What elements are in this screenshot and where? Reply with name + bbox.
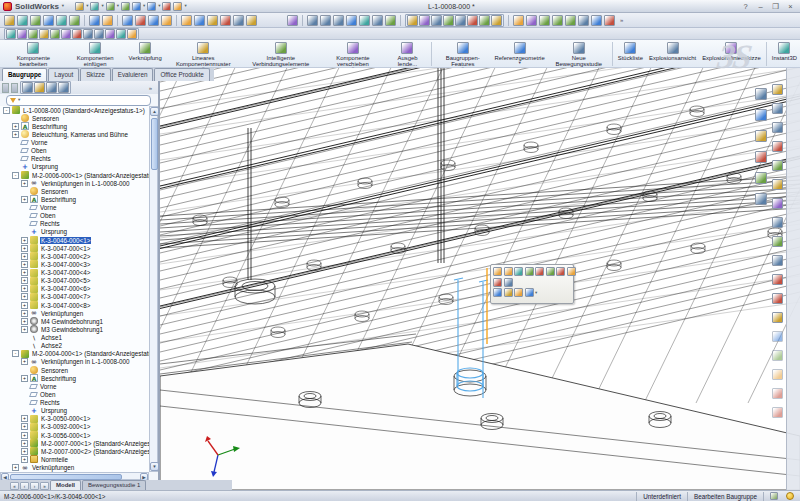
magnifying-glass-icon[interactable] — [504, 288, 513, 297]
tree-item[interactable]: Rechts — [0, 155, 149, 163]
expand-icon[interactable]: + — [21, 277, 28, 284]
tree-item[interactable]: +∞Verknüpfungen — [0, 309, 149, 317]
edit-part-icon[interactable] — [493, 267, 502, 276]
tab-baugruppe[interactable]: Baugruppe — [2, 68, 47, 81]
filter-dropdown-icon[interactable]: ▾ — [18, 97, 20, 103]
dropdown-caret-icon[interactable]: ▾ — [184, 3, 186, 9]
tab-layout[interactable]: Layout — [48, 68, 79, 81]
tab-modell[interactable]: Modell — [50, 480, 81, 490]
tree-item[interactable]: +M-2-0007-000<2> (Standard<Anzeigestatus… — [0, 447, 149, 455]
previous-view-icon[interactable] — [772, 141, 783, 152]
previous-frame-button[interactable]: ‹ — [20, 482, 29, 490]
collapse-icon[interactable]: - — [12, 172, 19, 179]
hidden-lines-removed-icon[interactable] — [772, 217, 783, 228]
section-view-icon[interactable] — [479, 15, 490, 26]
curvature-icon[interactable] — [233, 15, 244, 26]
hidden-lines-visible-icon[interactable] — [419, 15, 430, 26]
expand-icon[interactable]: + — [21, 180, 28, 187]
file-properties-icon[interactable] — [148, 15, 159, 26]
tab-evaluieren[interactable]: Evaluieren — [112, 68, 154, 81]
suppress-icon[interactable] — [525, 267, 534, 276]
expand-icon[interactable]: + — [21, 302, 28, 309]
interference-detection-icon[interactable] — [116, 29, 126, 39]
tree-item[interactable]: -M-2-0006-000<1> (Standard<Anzeigestatus… — [0, 171, 149, 179]
top-view-icon[interactable] — [539, 15, 550, 26]
tree-item[interactable]: Vorne — [0, 382, 149, 390]
close-button[interactable]: × — [785, 1, 796, 12]
ribbon-button-instant3d[interactable]: Instant3D — [769, 41, 800, 61]
mass-properties-icon[interactable] — [194, 15, 205, 26]
check-icon[interactable] — [207, 15, 218, 26]
tab-bewegungsstudie-1[interactable]: Bewegungsstudie 1 — [82, 480, 146, 490]
tree-item[interactable]: \Achse2 — [0, 342, 149, 350]
standard-views-icon[interactable] — [513, 15, 524, 26]
front-view-icon[interactable] — [526, 15, 537, 26]
shadows-icon[interactable] — [772, 293, 783, 304]
filter-input[interactable] — [22, 96, 147, 105]
isometric-view-icon[interactable] — [552, 15, 563, 26]
exploded-view-icon[interactable] — [94, 29, 104, 39]
replace-components-icon[interactable] — [83, 29, 93, 39]
expand-icon[interactable]: + — [12, 131, 19, 138]
wireframe-model[interactable] — [160, 68, 800, 490]
isolate-icon[interactable] — [556, 267, 565, 276]
tree-item[interactable]: Sensoren — [0, 187, 149, 195]
expand-icon[interactable]: + — [21, 448, 28, 455]
dimxpert-tab-icon[interactable] — [58, 82, 69, 93]
select-filter-icon[interactable] — [287, 15, 298, 26]
tree-item[interactable]: -L-1-0008-000 (Standard<Anzeigestatus-1>… — [0, 106, 149, 114]
zoom-to-selection-icon[interactable] — [493, 288, 502, 297]
zoom-out-icon[interactable] — [346, 15, 357, 26]
expand-icon[interactable]: + — [21, 261, 28, 268]
realview-icon[interactable] — [772, 274, 783, 285]
ribbon-button-verkn-pfung[interactable]: Verknüpfung — [126, 41, 165, 61]
graphics-viewport[interactable]: ▾ — [160, 68, 800, 490]
tree-item[interactable]: +Beleuchtung, Kameras und Bühne — [0, 130, 149, 138]
last-frame-button[interactable]: » — [40, 482, 49, 490]
document-state-icon[interactable] — [770, 492, 778, 500]
select-icon[interactable] — [122, 15, 133, 26]
move-component-icon[interactable] — [61, 29, 71, 39]
rebuild-icon[interactable] — [135, 15, 146, 26]
tree-item[interactable]: +Normteile — [0, 455, 149, 463]
draft-quality-icon[interactable] — [772, 407, 783, 418]
minimize-button[interactable]: – — [755, 1, 766, 12]
tree-item[interactable]: +K-3-0047-000<8> — [0, 301, 149, 309]
zoom-area-icon[interactable] — [320, 15, 331, 26]
open-part-icon[interactable] — [504, 267, 513, 276]
new-icon[interactable] — [75, 2, 84, 11]
featuremanager-tab-icon[interactable] — [22, 82, 33, 93]
save-icon[interactable] — [106, 2, 115, 11]
ribbon-button-ausgeb-lende[interactable]: Ausgeb lende... — [386, 41, 429, 67]
custom-properties-icon[interactable] — [755, 193, 767, 205]
tree-item[interactable]: +ABeschriftung — [0, 195, 149, 203]
tree-item[interactable]: Oben — [0, 390, 149, 398]
tree-item[interactable]: +Ursprung — [0, 228, 149, 236]
rotate-component-icon[interactable] — [72, 29, 82, 39]
tree-item[interactable]: +K-3-0047-000<4> — [0, 269, 149, 277]
hidden-lines-visible-icon[interactable] — [772, 198, 783, 209]
ribbon-button-intelligente-verbindungselemente[interactable]: Intelligente Verbindungselemente — [242, 41, 320, 67]
panel-flyout-icon[interactable] — [11, 83, 18, 93]
sketch-pencil-icon[interactable] — [127, 29, 137, 39]
first-frame-button[interactable]: « — [10, 482, 19, 490]
restore-button[interactable]: ❐ — [770, 1, 781, 12]
configurationmanager-tab-icon[interactable] — [46, 82, 57, 93]
component-properties-icon[interactable] — [535, 267, 544, 276]
expand-icon[interactable]: + — [21, 318, 28, 325]
tree-item[interactable]: +Ursprung — [0, 163, 149, 171]
material-icon[interactable] — [504, 278, 513, 287]
rebuild-icon[interactable] — [162, 2, 171, 11]
dropdown-caret-icon[interactable]: ▾ — [101, 3, 103, 9]
save-icon[interactable] — [30, 15, 41, 26]
dropdown-caret-icon[interactable]: ▾ — [143, 3, 145, 9]
pan-icon[interactable] — [385, 15, 396, 26]
tree-item[interactable]: Oben — [0, 147, 149, 155]
ribbon-button-explosionslinienskizze[interactable]: Explosionslinienskizze — [699, 41, 764, 61]
print-icon[interactable] — [69, 15, 80, 26]
appearances-scenes-icon[interactable] — [755, 172, 767, 184]
ribbon-button-komponente-bearbeiten[interactable]: Komponente bearbeiten — [2, 41, 65, 67]
appearance-icon[interactable] — [525, 288, 534, 297]
select-icon[interactable] — [147, 2, 156, 11]
tree-item[interactable]: +K-3-0047-000<6> — [0, 285, 149, 293]
